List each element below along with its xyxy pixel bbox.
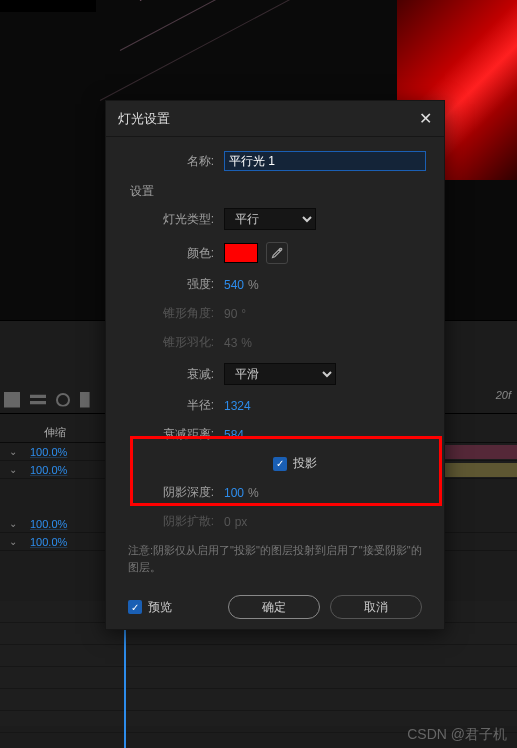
stretch-value[interactable]: 100.0%: [30, 446, 67, 458]
light-name-input[interactable]: [224, 151, 426, 171]
time-ruler-mark: 20f: [457, 389, 517, 401]
preview-black-box: [0, 0, 96, 12]
shadow-diffusion-label: 阴影扩散:: [124, 513, 224, 530]
cone-angle-value: 90: [224, 307, 237, 321]
shadow-diffusion-unit: px: [235, 515, 248, 529]
toggle-switches-icon[interactable]: [4, 392, 20, 408]
timeline-row[interactable]: [0, 689, 517, 711]
color-swatch[interactable]: [224, 243, 258, 263]
light-type-select[interactable]: 平行: [224, 208, 316, 230]
casts-shadows-label: 投影: [293, 455, 317, 472]
light-settings-dialog: 灯光设置 ✕ 名称: 设置 灯光类型: 平行 颜色: 强度: 540 % 锥形角…: [105, 100, 445, 630]
chevron-down-icon[interactable]: ⌄: [6, 536, 20, 547]
color-label: 颜色:: [124, 245, 224, 262]
timeline-row[interactable]: [0, 645, 517, 667]
stretch-value[interactable]: 100.0%: [30, 464, 67, 476]
preview-checkbox-group[interactable]: ✓ 预览: [128, 599, 172, 616]
guide-line: [120, 0, 368, 51]
light-type-label: 灯光类型:: [124, 211, 224, 228]
cone-feather-unit: %: [241, 336, 252, 350]
shadow-darkness-value[interactable]: 100: [224, 486, 244, 500]
shadow-note-text: 注意:阴影仅从启用了"投影"的图层投射到启用了"接受阴影"的图层。: [128, 542, 426, 575]
dialog-title-text: 灯光设置: [118, 110, 170, 128]
chevron-down-icon[interactable]: ⌄: [6, 518, 20, 529]
intensity-unit: %: [248, 278, 259, 292]
settings-section-label: 设置: [130, 183, 426, 200]
shadow-darkness-unit: %: [248, 486, 259, 500]
radius-value[interactable]: 1324: [224, 399, 251, 413]
falloff-distance-label: 衰减距离:: [124, 426, 224, 443]
toggle-modes-icon[interactable]: [30, 392, 46, 408]
cone-angle-unit: °: [241, 307, 246, 321]
stretch-value[interactable]: 100.0%: [30, 518, 67, 530]
timeline-row[interactable]: [0, 667, 517, 689]
cone-angle-label: 锥形角度:: [124, 305, 224, 322]
shadow-diffusion-value: 0: [224, 515, 231, 529]
toggle-frameblend-icon[interactable]: [80, 392, 96, 408]
preview-label: 预览: [148, 599, 172, 616]
stretch-value[interactable]: 100.0%: [30, 536, 67, 548]
stretch-column-header: 伸缩: [0, 421, 110, 442]
radius-label: 半径:: [124, 397, 224, 414]
chevron-down-icon[interactable]: ⌄: [6, 464, 20, 475]
eyedropper-icon[interactable]: [266, 242, 288, 264]
ok-button[interactable]: 确定: [228, 595, 320, 619]
watermark-text: CSDN @君子机: [407, 726, 507, 744]
cancel-button[interactable]: 取消: [330, 595, 422, 619]
toggle-fx-icon[interactable]: [56, 393, 70, 407]
name-label: 名称:: [124, 153, 224, 170]
falloff-distance-value[interactable]: 584: [224, 428, 244, 442]
falloff-label: 衰减:: [124, 366, 224, 383]
cone-feather-value: 43: [224, 336, 237, 350]
intensity-value[interactable]: 540: [224, 278, 244, 292]
guide-line: [100, 0, 348, 101]
guide-line: [140, 0, 370, 1]
casts-shadows-checkbox[interactable]: ✓: [273, 457, 287, 471]
chevron-down-icon[interactable]: ⌄: [6, 446, 20, 457]
preview-checkbox[interactable]: ✓: [128, 600, 142, 614]
dialog-titlebar[interactable]: 灯光设置 ✕: [106, 101, 444, 137]
cone-feather-label: 锥形羽化:: [124, 334, 224, 351]
close-icon[interactable]: ✕: [419, 109, 432, 128]
falloff-select[interactable]: 平滑: [224, 363, 336, 385]
shadow-darkness-label: 阴影深度:: [124, 484, 224, 501]
intensity-label: 强度:: [124, 276, 224, 293]
